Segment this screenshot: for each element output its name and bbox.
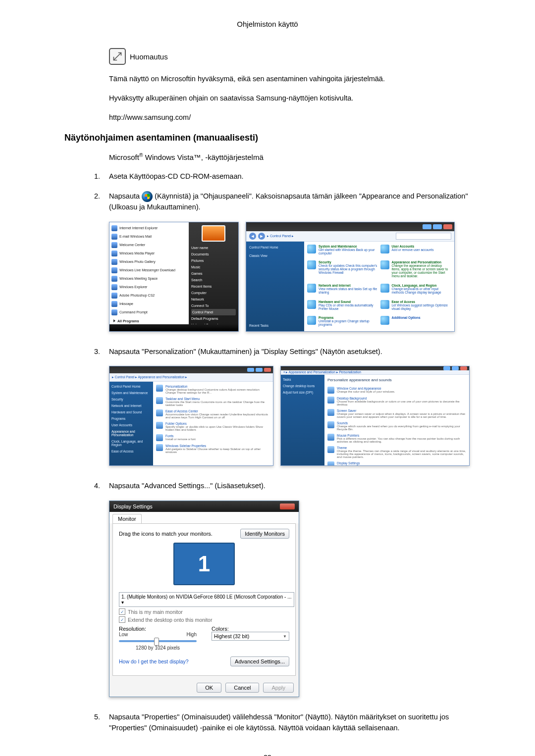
sm-right-link[interactable]: Music bbox=[191, 264, 236, 270]
monitor-dropdown[interactable]: 1. (Multiple Monitors) on NVIDIA GeForce… bbox=[119, 592, 294, 607]
nav-fwd-icon[interactable]: ► bbox=[258, 233, 265, 240]
breadcrumb[interactable]: ▸ Control Panel ▸ Appearance and Persona… bbox=[109, 373, 273, 382]
cp-category[interactable]: System and MaintenanceGet started with W… bbox=[307, 245, 378, 257]
sm-right-link[interactable]: Search bbox=[191, 277, 236, 283]
slider-thumb[interactable] bbox=[154, 638, 159, 646]
sm-right-link[interactable]: Pictures bbox=[191, 257, 236, 264]
sm-item[interactable]: Windows Live Messenger Download bbox=[111, 267, 187, 273]
maximize-button[interactable] bbox=[452, 366, 459, 370]
pw-item-label: Folder Options bbox=[165, 422, 270, 425]
drag-monitors-label: Drag the icons to match your monitors. bbox=[119, 531, 213, 537]
sm-item[interactable]: Command Prompt bbox=[111, 309, 187, 315]
sm-item[interactable]: Welcome Center bbox=[111, 242, 187, 248]
close-button[interactable] bbox=[443, 224, 452, 229]
sm-right-link[interactable]: Default Programs bbox=[191, 315, 236, 322]
identify-monitors-button[interactable]: Identify Monitors bbox=[240, 529, 289, 539]
sm-right-link[interactable]: User name bbox=[191, 245, 236, 251]
sm-right-link[interactable]: Network bbox=[191, 296, 236, 302]
sm-right-link[interactable]: Documents bbox=[191, 251, 236, 257]
cp-category[interactable]: User AccountsAdd or remove user accounts bbox=[380, 245, 452, 257]
sm-item[interactable]: Internet Internet Explorer bbox=[111, 225, 187, 231]
sm-item[interactable]: Inkscape bbox=[111, 301, 187, 307]
ok-button[interactable]: OK bbox=[197, 683, 221, 693]
cp-category[interactable]: Additional Options bbox=[380, 316, 452, 328]
cp-category[interactable]: SecurityCheck for updates Check this com… bbox=[307, 260, 378, 280]
search-input[interactable] bbox=[396, 233, 451, 240]
pw-side-link[interactable]: User Accounts bbox=[111, 423, 151, 427]
breadcrumb[interactable]: ▸ Control Panel ▸ bbox=[267, 234, 294, 238]
sm-right-link[interactable]: Computer bbox=[191, 290, 236, 296]
theme-icon bbox=[327, 446, 334, 453]
sm-right-link[interactable]: Connect To bbox=[191, 302, 236, 309]
nav-back-icon[interactable]: ◄ bbox=[249, 233, 256, 240]
pw-item[interactable]: PersonalizationChange desktop background… bbox=[156, 385, 270, 394]
pw-side-link[interactable]: Hardware and Sound bbox=[111, 410, 151, 414]
maximize-button[interactable] bbox=[433, 224, 442, 229]
cp-category[interactable]: Clock, Language, and RegionChange keyboa… bbox=[380, 284, 452, 296]
resolution-slider[interactable] bbox=[119, 640, 197, 642]
pw-side-link[interactable]: Programs bbox=[111, 417, 151, 420]
sm-right-link[interactable]: Recent Items bbox=[191, 283, 236, 290]
pw-side-link[interactable]: Change desktop icons bbox=[283, 384, 322, 388]
maximize-button[interactable] bbox=[256, 368, 263, 372]
main-monitor-checkbox[interactable]: ✓This is my main monitor bbox=[119, 608, 289, 615]
sm-item[interactable]: Windows Explorer bbox=[111, 284, 187, 290]
trademark: ™ bbox=[194, 153, 201, 161]
close-button[interactable] bbox=[280, 504, 295, 509]
pw-item-label: Windows Sidebar Properties bbox=[165, 444, 270, 448]
monitor-preview[interactable]: 1 bbox=[173, 543, 235, 585]
pw-item[interactable]: Folder OptionsSpecify single- or double-… bbox=[156, 422, 270, 431]
cp-side-link[interactable]: Control Panel Home bbox=[249, 246, 301, 249]
close-button[interactable] bbox=[460, 366, 467, 370]
colors-dropdown[interactable]: Highest (32 bit)▼ bbox=[212, 632, 289, 641]
mail-icon bbox=[111, 234, 117, 240]
pw-side-link[interactable]: Network and Internet bbox=[111, 404, 151, 407]
pw-item[interactable]: Display SettingsAdjust your monitor reso… bbox=[327, 461, 466, 466]
pw-side-current[interactable]: Appearance and Personalization bbox=[111, 430, 151, 437]
cp-category-appearance[interactable]: Appearance and PersonalizationChange the… bbox=[380, 260, 452, 280]
chevron-down-icon: ▼ bbox=[283, 634, 287, 639]
sm-item[interactable]: Adobe Photoshop CS2 bbox=[111, 293, 187, 299]
sm-right-link[interactable]: Games bbox=[191, 270, 236, 277]
breadcrumb[interactable]: « ▸ Appearance and Personalization ▸ Per… bbox=[281, 370, 469, 375]
sm-right-control-panel[interactable]: Control Panel bbox=[191, 309, 236, 315]
minimize-button[interactable] bbox=[423, 224, 431, 229]
best-display-link[interactable]: How do I get the best display? bbox=[119, 658, 189, 664]
pw-item[interactable]: Mouse PointersPick a different mouse poi… bbox=[327, 434, 466, 443]
cancel-button[interactable]: Cancel bbox=[225, 683, 259, 693]
pw-item[interactable]: FontsInstall or remove a font bbox=[156, 434, 270, 441]
pw-side-link[interactable]: Clock, Language, and Region bbox=[111, 440, 151, 447]
sm-item[interactable]: Windows Media Player bbox=[111, 251, 187, 256]
meeting-icon bbox=[111, 276, 117, 282]
pw-item[interactable]: Screen SaverChange your screen saver or … bbox=[327, 409, 466, 418]
pw-item[interactable]: SoundsChange which sounds are heard when… bbox=[327, 421, 466, 431]
pw-item[interactable]: Desktop BackgroundChoose from available … bbox=[327, 397, 466, 406]
minimize-button[interactable] bbox=[443, 366, 450, 370]
pw-side-link[interactable]: System and Maintenance bbox=[111, 391, 151, 395]
cp-category[interactable]: Ease of AccessLet Windows suggest settin… bbox=[380, 300, 452, 312]
apply-button[interactable]: Apply bbox=[263, 683, 294, 693]
pw-item[interactable]: ThemeChange the theme. Themes can change… bbox=[327, 446, 466, 458]
cp-category[interactable]: Network and InternetView network status … bbox=[307, 284, 378, 296]
pw-side-link[interactable]: Control Panel Home bbox=[111, 385, 151, 388]
cp-side-link[interactable]: Classic View bbox=[249, 254, 301, 257]
pw-side-link[interactable]: Security bbox=[111, 398, 151, 401]
close-button[interactable] bbox=[264, 368, 271, 372]
pw-item[interactable]: Taskbar and Start MenuCustomize the Star… bbox=[156, 397, 270, 406]
cp-category[interactable]: Hardware and SoundPlay CDs or other medi… bbox=[307, 300, 378, 312]
pw-side-link[interactable]: Ease of Access bbox=[111, 450, 151, 453]
advanced-settings-button[interactable]: Advanced Settings... bbox=[230, 656, 289, 666]
sm-item[interactable]: Windows Photo Gallery bbox=[111, 259, 187, 265]
sm-item[interactable]: Windows Meeting Space bbox=[111, 276, 187, 282]
pw-side-link[interactable]: Adjust font size (DPI) bbox=[283, 391, 322, 394]
system-icon bbox=[307, 245, 316, 253]
extend-desktop-checkbox[interactable]: ✓Extend the desktop onto this monitor bbox=[119, 616, 289, 623]
minimize-button[interactable] bbox=[247, 368, 254, 372]
pw-item[interactable]: Window Color and AppearanceChange the co… bbox=[327, 387, 466, 394]
cp-category[interactable]: ProgramsUninstall a program Change start… bbox=[307, 316, 378, 328]
arrow-right-icon bbox=[113, 319, 115, 322]
pw-item[interactable]: Windows Sidebar PropertiesAdd gadgets to… bbox=[156, 444, 270, 454]
sm-item[interactable]: E-mail Windows Mail bbox=[111, 234, 187, 240]
pw-item[interactable]: Ease of Access CenterAccommodate low vis… bbox=[156, 409, 270, 419]
tab-monitor[interactable]: Monitor bbox=[112, 514, 142, 523]
